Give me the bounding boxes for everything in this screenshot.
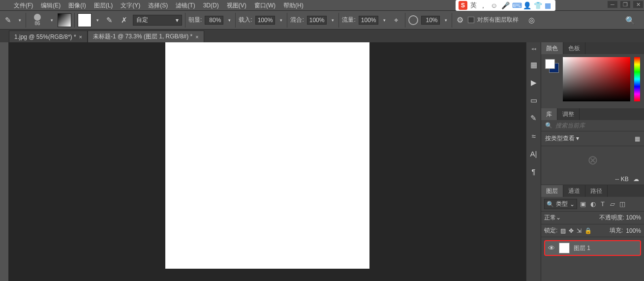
blend-swatch-icon[interactable] <box>58 13 71 27</box>
menu-window[interactable]: 窗口(W) <box>250 0 279 11</box>
ime-keyboard-icon[interactable]: ⌨ <box>512 1 520 9</box>
ime-mic-icon[interactable]: 🎤 <box>501 1 509 9</box>
flow-dropdown[interactable]: ▾ <box>381 12 387 28</box>
filter-smart-icon[interactable]: ◫ <box>618 200 626 208</box>
layer-name[interactable]: 图层 1 <box>574 244 590 252</box>
close-button[interactable]: ✕ <box>633 1 643 8</box>
tab-layers[interactable]: 图层 <box>541 185 563 197</box>
grid-view-icon[interactable]: ▦ <box>635 135 640 142</box>
cloud-icon[interactable]: ☁ <box>633 176 639 183</box>
mix-dropdown[interactable]: ▾ <box>330 12 336 28</box>
clean-brush-icon[interactable]: ✗ <box>118 14 130 26</box>
color-swatch[interactable] <box>78 13 92 27</box>
filter-type-icon[interactable]: T <box>599 200 607 208</box>
tab-library[interactable]: 库 <box>541 108 557 120</box>
sample-all-checkbox[interactable] <box>468 17 474 23</box>
fg-bg-swatch[interactable] <box>545 59 559 73</box>
menu-file[interactable]: 文件(F) <box>10 0 37 11</box>
maximize-button[interactable]: ❐ <box>620 1 630 8</box>
fill-value[interactable]: 100% <box>626 227 641 234</box>
ime-user-icon[interactable]: 👤 <box>523 1 531 9</box>
load-dropdown[interactable]: ▾ <box>278 12 284 28</box>
menu-layer[interactable]: 图层(L) <box>90 0 117 11</box>
ime-punct-icon[interactable]: ， <box>480 1 488 9</box>
fill-label: 填充: <box>610 226 623 235</box>
fg-color[interactable] <box>545 59 555 69</box>
opacity-value[interactable]: 100% <box>626 214 641 221</box>
visibility-eye-icon[interactable]: 👁 <box>548 244 555 252</box>
library-search-input[interactable] <box>555 122 640 129</box>
menu-filter[interactable]: 滤镜(T) <box>172 0 199 11</box>
filter-shape-icon[interactable]: ▱ <box>609 200 616 208</box>
menu-edit[interactable]: 编辑(E) <box>37 0 64 11</box>
opacity-label: 不透明度: <box>599 214 624 221</box>
sogou-icon[interactable]: S <box>459 1 467 10</box>
search-icon: 🔍 <box>545 122 552 129</box>
tab-adjustments[interactable]: 调整 <box>557 108 580 120</box>
view-by-label[interactable]: 按类型查看 ▾ <box>545 134 579 143</box>
flow-value[interactable]: 100% <box>359 16 379 25</box>
history-icon[interactable]: ▦ <box>529 60 539 70</box>
tab-color[interactable]: 颜色 <box>541 42 563 54</box>
dock-expand-icon[interactable]: ◂◂ <box>526 46 541 52</box>
smoothing-value[interactable]: 10% <box>421 16 440 25</box>
load-brush-icon[interactable]: ✎ <box>103 14 115 26</box>
layer-row[interactable]: 👁 图层 1 <box>544 240 641 256</box>
blend-mode-select[interactable]: 正常⌄ <box>544 214 588 222</box>
brush-preview[interactable]: 86 <box>29 12 46 29</box>
options-bar: ✎ ▾ 86 ▾ ▾ ✎ ✗ 自定▾ 朝显: 80% ▾ 载入: 100% ▾ … <box>0 11 644 30</box>
ime-emoji-icon[interactable]: ☺ <box>491 1 498 9</box>
menu-view[interactable]: 视图(V) <box>223 0 250 11</box>
filter-pixel-icon[interactable]: ▣ <box>579 200 587 208</box>
character-icon[interactable]: A| <box>529 149 539 158</box>
smoothing-dropdown[interactable]: ▾ <box>443 12 449 28</box>
menu-select[interactable]: 选择(S) <box>144 0 172 11</box>
close-icon[interactable]: × <box>195 34 198 40</box>
lock-all-icon[interactable]: 🔒 <box>584 227 592 234</box>
tab-swatches[interactable]: 色板 <box>563 42 585 54</box>
gear-icon[interactable]: ⚙ <box>455 15 465 25</box>
filter-adjust-icon[interactable]: ◐ <box>589 200 597 208</box>
brush-panel-icon[interactable]: ✎ <box>529 113 539 123</box>
layer-thumbnail[interactable] <box>559 243 570 253</box>
ime-skin-icon[interactable]: 👕 <box>534 1 542 9</box>
paragraph-icon[interactable]: ¶ <box>529 166 539 176</box>
tab-doc-2[interactable]: 未标题-1 @ 73.3% (图层 1, RGB/8#) *× <box>88 31 204 42</box>
actions-icon[interactable]: ▶ <box>529 78 539 88</box>
smoothing-ring-icon[interactable] <box>408 15 418 25</box>
menu-3d[interactable]: 3D(D) <box>199 0 223 11</box>
airbrush-icon[interactable]: ⌖ <box>390 14 402 26</box>
tab-paths[interactable]: 路径 <box>585 185 608 197</box>
mix-value[interactable]: 100% <box>307 16 327 25</box>
menu-image[interactable]: 图像(I) <box>64 0 90 11</box>
color-field[interactable] <box>563 57 630 101</box>
layer-filter-kind[interactable]: 🔍 类型 ⌄ <box>544 199 577 209</box>
ime-lang[interactable]: 英 <box>470 1 477 10</box>
minimize-button[interactable]: ─ <box>608 1 617 8</box>
menu-help[interactable]: 帮助(H) <box>279 0 307 11</box>
load-value[interactable]: 100% <box>255 16 276 25</box>
tool-preset-dropdown[interactable]: ▾ <box>17 12 23 28</box>
lock-pixels-icon[interactable]: ▨ <box>560 227 566 234</box>
lock-artboard-icon[interactable]: ⇲ <box>577 227 582 234</box>
preset-select[interactable]: 自定▾ <box>133 15 182 26</box>
color-dropdown[interactable]: ▾ <box>94 12 100 28</box>
lock-position-icon[interactable]: ✥ <box>569 227 574 234</box>
brush-settings-icon[interactable]: ≈ <box>529 131 539 141</box>
tablet-pressure-icon[interactable]: ◎ <box>525 14 537 26</box>
close-icon[interactable]: × <box>79 34 82 40</box>
canvas-area[interactable] <box>9 42 526 281</box>
menu-type[interactable]: 文字(Y) <box>117 0 144 11</box>
hardness-dropdown[interactable]: ▾ <box>226 12 232 28</box>
hardness-value[interactable]: 80% <box>205 16 223 25</box>
tool-preset-icon[interactable]: ✎ <box>2 14 14 26</box>
canvas[interactable] <box>165 42 369 269</box>
ime-toolbar: S 英 ， ☺ 🎤 ⌨ 👤 👕 ▦ <box>456 0 555 11</box>
tab-channels[interactable]: 通道 <box>563 185 585 197</box>
hue-slider[interactable] <box>634 57 640 101</box>
search-icon[interactable]: 🔍 <box>625 16 635 25</box>
brush-dropdown[interactable]: ▾ <box>49 12 55 28</box>
ime-tool-icon[interactable]: ▦ <box>545 1 552 9</box>
tab-doc-1[interactable]: 1.jpg @ 55%(RGB/8*) *× <box>9 31 88 42</box>
properties-icon[interactable]: ▭ <box>529 95 539 105</box>
